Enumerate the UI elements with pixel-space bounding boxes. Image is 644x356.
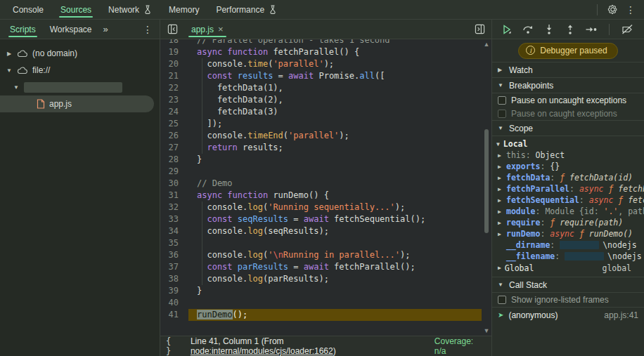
show-ignore-listed-row[interactable]: Show ignore-listed frames	[492, 293, 644, 308]
scope-entry-runDemo[interactable]: ▶runDemo: async ƒ runDemo()	[492, 228, 644, 239]
chevron-right-icon[interactable]: ▶	[498, 186, 505, 192]
chevron-right-icon[interactable]: ▶	[498, 164, 505, 170]
scope-entry-exports[interactable]: ▶exports: {}	[492, 161, 644, 172]
scope-entry-module[interactable]: ▶module: Module {id: '.', path	[492, 206, 644, 217]
chevron-down-icon[interactable]: ▼	[6, 67, 13, 74]
call-stack-frame[interactable]: ➤ (anonymous) app.js:41	[492, 308, 644, 322]
code-editor: 18// Parallel operation - takes 1 second…	[160, 39, 492, 356]
sidebar-menu-icon[interactable]: ⋮	[139, 20, 157, 39]
line-number[interactable]: 28	[160, 154, 188, 166]
tab-network[interactable]: Network	[100, 0, 160, 19]
colon: :	[526, 150, 536, 160]
toggle-navigator-icon[interactable]	[163, 20, 181, 39]
scope-global-row[interactable]: ▶ Global global	[492, 262, 644, 274]
scope-local-header[interactable]: ▼ Local	[492, 138, 644, 150]
tree-item-no-domain[interactable]: ▶ (no domain)	[0, 45, 160, 62]
tab-workspace[interactable]: Workspace	[43, 20, 99, 39]
line-number[interactable]: 37	[160, 261, 188, 273]
section-scope[interactable]: ▼ Scope	[492, 121, 644, 136]
scope-entry-fetchParallel[interactable]: ▶fetchParallel: async ƒ fetchParallel()	[492, 183, 644, 195]
line-number[interactable]: 36	[160, 249, 188, 261]
scope-entry-fetchSequential[interactable]: ▶fetchSequential: async ƒ fetchSequentia…	[492, 195, 644, 206]
chevron-down-icon[interactable]: ▼	[496, 141, 500, 147]
more-tabs-icon[interactable]: »	[99, 24, 112, 34]
scope-entry-require[interactable]: ▶require: ƒ require(path)	[492, 217, 644, 228]
scope-entry-this[interactable]: ▶this: Object	[492, 150, 644, 161]
line-number[interactable]: 24	[160, 106, 188, 118]
line-number[interactable]: 22	[160, 82, 188, 94]
scope-entry-dirname[interactable]: __dirname: \nodejs	[492, 239, 644, 251]
line-number[interactable]: 29	[160, 166, 188, 178]
line-number[interactable]: 33	[160, 213, 188, 225]
line-number[interactable]: 18	[160, 39, 188, 46]
step-over-icon[interactable]	[519, 21, 537, 38]
chevron-right-icon[interactable]: ▶	[6, 51, 13, 57]
token: 'Running sequentially...'	[268, 202, 395, 212]
tab-sources[interactable]: Sources	[52, 0, 100, 19]
line-number[interactable]: 26	[160, 130, 188, 142]
chevron-right-icon[interactable]: ▶	[498, 231, 505, 237]
pause-caught-label: Pause on caught exceptions	[511, 109, 617, 119]
line-number[interactable]: 32	[160, 202, 188, 213]
chevron-down-icon[interactable]: ▼	[498, 125, 504, 131]
line-number[interactable]: 35	[160, 237, 188, 249]
deactivate-breakpoints-icon[interactable]	[618, 21, 636, 38]
line-number[interactable]: 38	[160, 273, 188, 285]
line-number[interactable]: 19	[160, 46, 188, 58]
toggle-debugger-sidebar-icon[interactable]	[470, 20, 489, 39]
line-number[interactable]: 23	[160, 94, 188, 106]
editor-scrollbar[interactable]: ▲ ▼	[482, 39, 491, 336]
chevron-right-icon[interactable]: ▶	[498, 175, 505, 181]
scope-entry-filename[interactable]: __filename: \nodejs	[492, 251, 644, 262]
pause-uncaught-row[interactable]: Pause on uncaught exceptions	[492, 93, 644, 107]
checkbox-icon[interactable]	[498, 96, 506, 105]
resume-script-icon[interactable]	[498, 21, 516, 38]
line-number[interactable]: 27	[160, 142, 188, 154]
more-options-icon[interactable]: ⋮	[622, 1, 640, 19]
step-out-icon[interactable]	[561, 21, 579, 38]
scrollbar-thumb[interactable]	[484, 129, 489, 233]
line-number[interactable]: 25	[160, 118, 188, 130]
settings-gear-icon[interactable]	[603, 1, 622, 19]
line-number[interactable]: 21	[160, 70, 188, 82]
token: );	[395, 202, 405, 212]
code-lines[interactable]: 18// Parallel operation - takes 1 second…	[160, 39, 491, 336]
chevron-right-icon[interactable]: ▶	[498, 67, 504, 73]
chevron-right-icon[interactable]: ▶	[498, 209, 505, 215]
line-number[interactable]: 41	[160, 309, 188, 321]
editor-tab-appjs[interactable]: app.js ×	[187, 20, 228, 39]
section-call-stack[interactable]: ▼ Call Stack	[492, 277, 644, 293]
checkbox-icon[interactable]	[498, 296, 506, 304]
close-tab-icon[interactable]: ×	[218, 24, 224, 34]
section-watch[interactable]: ▶ Watch	[492, 62, 644, 78]
tab-scripts[interactable]: Scripts	[3, 20, 43, 39]
tab-console[interactable]: Console	[4, 0, 52, 19]
line-number[interactable]: 34	[160, 225, 188, 237]
pretty-print-icon[interactable]: { }	[166, 336, 185, 356]
scope-entry-fetchData[interactable]: ▶fetchData: ƒ fetchData(id)	[492, 172, 644, 183]
scroll-down-icon[interactable]: ▼	[483, 327, 490, 334]
tree-item-file-protocol[interactable]: ▼ file://	[0, 62, 160, 79]
loader-link[interactable]: node:internal/modules/cjs/loader:1662	[191, 346, 333, 356]
line-number[interactable]: 30	[160, 178, 188, 190]
chevron-right-icon[interactable]: ▶	[498, 152, 505, 159]
chevron-down-icon[interactable]: ▼	[498, 82, 504, 88]
scroll-up-icon[interactable]: ▲	[483, 41, 490, 48]
chevron-down-icon[interactable]: ▼	[498, 282, 504, 288]
line-number[interactable]: 39	[160, 285, 188, 297]
tab-performance[interactable]: Performance	[207, 0, 285, 19]
section-breakpoints[interactable]: ▼ Breakpoints	[492, 78, 644, 93]
chevron-right-icon[interactable]: ▶	[498, 197, 505, 204]
line-number[interactable]: 31	[160, 190, 188, 202]
line-number[interactable]: 40	[160, 297, 188, 309]
tab-memory[interactable]: Memory	[160, 0, 207, 19]
step-into-icon[interactable]	[540, 21, 558, 38]
line-number[interactable]: 20	[160, 58, 188, 70]
chevron-right-icon[interactable]: ▶	[498, 220, 505, 226]
tree-item-appjs[interactable]: app.js	[0, 95, 154, 112]
tree-item-label: (no domain)	[32, 48, 77, 58]
step-icon[interactable]	[582, 21, 600, 38]
chevron-right-icon[interactable]: ▶	[498, 265, 501, 271]
chevron-down-icon[interactable]: ▼	[13, 84, 20, 91]
tree-item-folder-redacted[interactable]: ▼	[0, 79, 160, 95]
